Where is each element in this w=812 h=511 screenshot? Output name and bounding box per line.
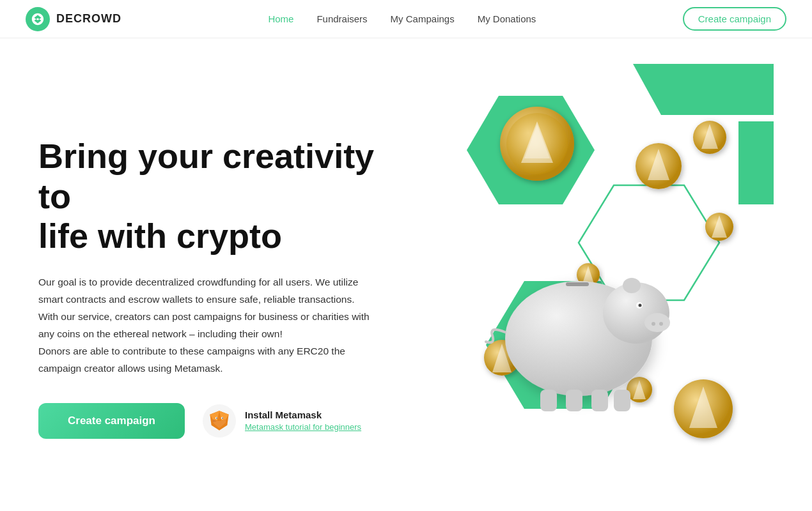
metamask-title: Install Metamask (245, 409, 361, 420)
svg-point-13 (216, 417, 217, 418)
svg-rect-45 (540, 390, 557, 411)
logo-svg (31, 12, 45, 26)
navbar: DECROWD Home Fundraisers My Campaings My… (0, 0, 812, 38)
svg-point-43 (639, 304, 642, 307)
hero-illustration (396, 64, 774, 511)
hero-left: Bring your creativity to life with crypt… (38, 136, 396, 438)
metamask-text-group: Install Metamask Metamask tutorial for b… (245, 409, 361, 432)
nav-link-fundraisers[interactable]: Fundraisers (316, 13, 367, 24)
svg-rect-48 (614, 390, 630, 411)
hero-description: Our goal is to provide decentralized cro… (38, 273, 371, 378)
hero-section: Bring your creativity to life with crypt… (0, 38, 812, 511)
illustration-svg (396, 45, 754, 479)
hero-title: Bring your creativity to life with crypt… (38, 136, 396, 255)
logo-text: DECROWD (56, 12, 121, 26)
metamask-block: Install Metamask Metamask tutorial for b… (203, 404, 361, 438)
svg-point-38 (623, 278, 641, 293)
nav-links: Home Fundraisers My Campaings My Donatio… (268, 13, 536, 24)
metamask-tutorial-link[interactable]: Metamask tutorial for beginners (245, 422, 361, 432)
nav-link-home[interactable]: Home (268, 13, 293, 24)
svg-point-41 (659, 322, 663, 326)
logo-icon (26, 7, 50, 31)
svg-point-39 (644, 313, 670, 332)
nav-link-my-campaigns[interactable]: My Campaings (391, 13, 455, 24)
svg-rect-47 (591, 390, 608, 411)
hero-create-campaign-button[interactable]: Create campaign (38, 403, 185, 439)
svg-point-14 (222, 417, 223, 418)
svg-point-40 (652, 322, 655, 326)
svg-rect-44 (566, 282, 589, 286)
hero-actions: Create campaign (38, 403, 396, 439)
logo[interactable]: DECROWD (26, 7, 121, 31)
nav-create-campaign-button[interactable]: Create campaign (683, 7, 786, 31)
metamask-icon-wrap (203, 404, 236, 438)
nav-link-my-donations[interactable]: My Donations (478, 13, 536, 24)
metamask-fox-icon (208, 409, 231, 432)
svg-rect-46 (566, 390, 582, 411)
